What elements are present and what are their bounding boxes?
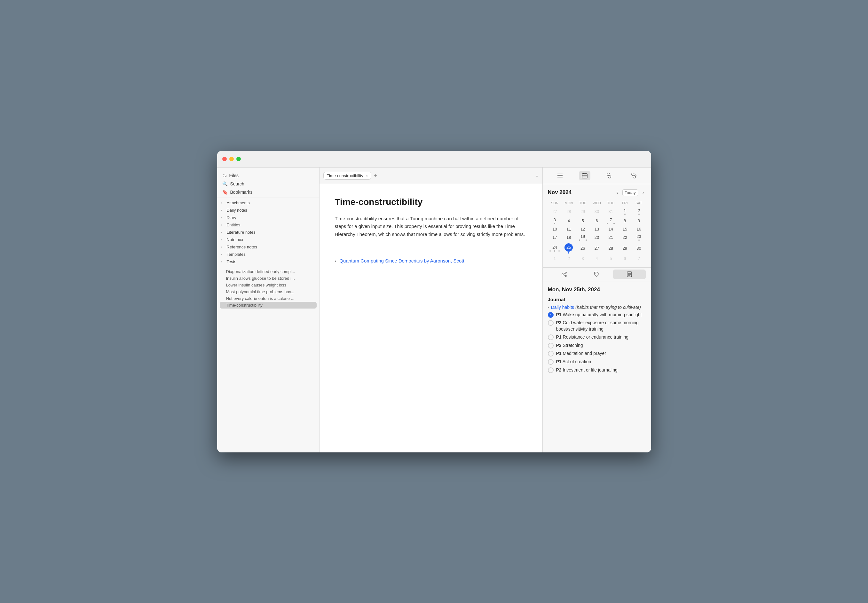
section-label: Daily notes (227, 208, 247, 213)
calendar-day[interactable]: 27 (590, 242, 604, 255)
file-item-lower-insulin[interactable]: Lower insulin causes weight loss (217, 282, 319, 288)
task-checkbox[interactable] (548, 343, 554, 348)
file-item-not-every-calorie[interactable]: Not every calorie eaten is a calorie ... (217, 295, 319, 302)
calendar-day[interactable]: 29 (618, 242, 632, 255)
chevron-icon: › (221, 245, 225, 249)
sidebar-item-reference-notes[interactable]: › Reference notes (217, 243, 319, 250)
calendar-day[interactable]: 27 (548, 207, 562, 216)
tags-button[interactable] (580, 269, 613, 279)
calendar-day[interactable]: 23 (632, 233, 646, 242)
calendar-day[interactable]: 4 (562, 216, 576, 226)
file-item-diagonalization[interactable]: Diagonalization defined early compl... (217, 268, 319, 275)
sidebar-item-bookmarks[interactable]: 🔖 Bookmarks (217, 188, 319, 196)
calendar-day[interactable]: 9 (632, 216, 646, 226)
svg-rect-3 (582, 174, 587, 178)
calendar-day[interactable]: 31 (604, 207, 618, 216)
document-link[interactable]: Quantum Computing Since Democritus by Aa… (339, 258, 464, 263)
maximize-button[interactable] (236, 157, 241, 161)
list-icon[interactable] (554, 171, 566, 180)
sidebar-item-templates[interactable]: › Templates (217, 250, 319, 258)
calendar-day[interactable]: 14 (604, 226, 618, 233)
calendar-day[interactable]: 1 (548, 255, 562, 262)
tab-close-button[interactable]: × (366, 174, 368, 178)
calendar-day[interactable]: 12 (576, 226, 590, 233)
calendar-day[interactable]: 11 (562, 226, 576, 233)
calendar-day[interactable]: 1 (618, 207, 632, 216)
calendar-day[interactable]: 20 (590, 233, 604, 242)
sidebar-item-search[interactable]: 🔍 Search (217, 180, 319, 188)
calendar-day[interactable]: 28 (604, 242, 618, 255)
calendar-day[interactable]: 15 (618, 226, 632, 233)
calendar-day[interactable]: 3 (576, 255, 590, 262)
dow-mon: MON (562, 201, 576, 207)
file-item-polynomial[interactable]: Most polynomial time problems hav... (217, 288, 319, 295)
calendar-day[interactable]: 22 (618, 233, 632, 242)
sidebar-item-attachments[interactable]: › Attachments (217, 199, 319, 207)
tab-add-button[interactable]: + (373, 172, 379, 179)
calendar-day[interactable]: 7 (632, 255, 646, 262)
calendar-prev-button[interactable]: ‹ (614, 189, 620, 196)
calendar-day[interactable]: 26 (576, 242, 590, 255)
calendar-day[interactable]: 2 (632, 207, 646, 216)
sidebar-item-note-box[interactable]: › Note box (217, 236, 319, 243)
calendar-day[interactable]: 3 (548, 216, 562, 226)
task-priority: P1 (556, 312, 562, 317)
calendar-day[interactable]: 4 (590, 255, 604, 262)
calendar-day[interactable]: 13 (590, 226, 604, 233)
calendar-day[interactable]: 6 (618, 255, 632, 262)
link-icon[interactable] (603, 171, 615, 180)
task-checkbox[interactable] (548, 367, 554, 373)
calendar-day[interactable]: 21 (604, 233, 618, 242)
calendar-day[interactable]: 8 (618, 216, 632, 226)
calendar-day[interactable]: 10 (548, 226, 562, 233)
svg-line-10 (563, 273, 565, 274)
calendar-icon[interactable] (579, 171, 590, 180)
sidebar-item-entities[interactable]: › Entities (217, 221, 319, 229)
calendar-day[interactable]: 19 (576, 233, 590, 242)
task-checkbox[interactable] (548, 320, 554, 326)
task-item: P1 Meditation and prayer (548, 350, 646, 357)
minimize-button[interactable] (229, 157, 234, 161)
calendar-day[interactable]: 7 (604, 216, 618, 226)
file-item-time-constructibility[interactable]: Time-constructibility (220, 302, 317, 309)
calendar-month-year: Nov 2024 (548, 189, 572, 196)
task-label: P2 Stretching (556, 342, 583, 349)
document-body[interactable]: Time-constructibility ensures that a Tur… (335, 215, 527, 238)
calendar-day[interactable]: 5 (576, 216, 590, 226)
task-checkbox[interactable]: ✓ (548, 312, 554, 318)
active-tab[interactable]: Time-constructibility × (323, 172, 371, 180)
calendar-day[interactable]: 2 (562, 255, 576, 262)
calendar-day[interactable]: 6 (590, 216, 604, 226)
calendar-day[interactable]: 29 (576, 207, 590, 216)
calendar-day[interactable]: 17 (548, 233, 562, 242)
daily-habits-link[interactable]: Daily habits (551, 305, 574, 310)
document-button[interactable] (613, 269, 646, 279)
sidebar-item-daily-notes[interactable]: › Daily notes (217, 207, 319, 214)
sidebar-item-literature-notes[interactable]: › Literature notes (217, 229, 319, 236)
task-checkbox[interactable] (548, 351, 554, 357)
sidebar-item-files[interactable]: 🗂 Files (217, 172, 319, 180)
calendar-day[interactable]: 5 (604, 255, 618, 262)
calendar-next-button[interactable]: › (641, 189, 646, 196)
tab-dropdown-button[interactable]: ⌄ (535, 173, 538, 178)
chevron-icon: › (221, 216, 225, 220)
svg-point-8 (565, 272, 566, 274)
task-checkbox[interactable] (548, 334, 554, 340)
task-checkbox[interactable] (548, 359, 554, 365)
calendar-day[interactable]: 24 (548, 242, 562, 255)
calendar-day[interactable]: 16 (632, 226, 646, 233)
graph-button[interactable] (548, 269, 580, 279)
section-label: Entities (227, 223, 240, 227)
backlink-icon[interactable] (628, 171, 639, 180)
calendar-day[interactable]: 30 (590, 207, 604, 216)
calendar-day[interactable]: 25 (562, 242, 576, 255)
close-button[interactable] (222, 157, 227, 161)
file-item-insulin-allows[interactable]: Insulin allows glucose to be stored i... (217, 275, 319, 282)
calendar-day[interactable]: 18 (562, 233, 576, 242)
sidebar-item-tests[interactable]: › Tests (217, 258, 319, 265)
sidebar-item-diary[interactable]: › Diary (217, 214, 319, 221)
task-label: P1 Wake up naturally with morning sunlig… (556, 312, 642, 318)
calendar-day[interactable]: 30 (632, 242, 646, 255)
calendar-today-button[interactable]: Today (622, 189, 638, 196)
calendar-day[interactable]: 28 (562, 207, 576, 216)
